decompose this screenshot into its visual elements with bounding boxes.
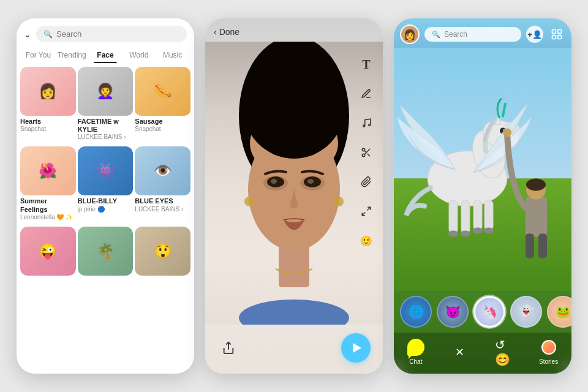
svg-point-14 bbox=[362, 148, 365, 151]
lens-creator: jp pirie 🔵 bbox=[78, 206, 134, 213]
lens-creator: Snapchat bbox=[135, 126, 190, 133]
camera-screen: ‹ Done bbox=[205, 18, 383, 374]
list-item[interactable]: 👩‍🦱 FACETIME w KYLIE LUCKEE BAINS › bbox=[78, 67, 134, 145]
nav-item-close[interactable]: ✕ bbox=[451, 344, 469, 361]
paperclip-tool-button[interactable] bbox=[357, 173, 375, 191]
lens-circle[interactable]: 🐸 bbox=[547, 296, 571, 328]
lens-info: Summer Feelings Lennonstella 🧡 ✨ bbox=[20, 195, 76, 224]
nav-item-chat[interactable]: Chat bbox=[407, 339, 424, 365]
top-bar: ⌄ 🔍 bbox=[17, 18, 194, 46]
tab-for-you[interactable]: For You bbox=[21, 48, 55, 62]
scissors-tool-button[interactable] bbox=[357, 143, 375, 162]
music-tool-button[interactable] bbox=[357, 114, 375, 132]
lens-info: BLUE-BILLY jp pirie 🔵 bbox=[78, 195, 134, 216]
timer-smiley-icon: ↺😊 bbox=[495, 344, 512, 361]
done-label: Done bbox=[219, 27, 239, 37]
ar-screen: 👩 🔍 Search +👤 bbox=[394, 18, 571, 374]
lens-info: Hearts Snapchat bbox=[20, 116, 76, 137]
list-item[interactable]: 🌴 bbox=[78, 227, 134, 276]
lens-info: FACETIME w KYLIE LUCKEE BAINS › bbox=[78, 116, 134, 145]
lens-creator: Lennonstella 🧡 ✨ bbox=[20, 214, 76, 221]
ar-content bbox=[394, 48, 571, 291]
send-arrow-icon bbox=[353, 343, 361, 353]
settings-button[interactable] bbox=[548, 26, 565, 43]
tab-music[interactable]: Music bbox=[156, 48, 189, 62]
svg-rect-48 bbox=[538, 234, 547, 258]
lens-thumbnail: 🌺 bbox=[20, 146, 76, 195]
svg-rect-47 bbox=[526, 234, 534, 258]
lens-name: FACETIME w KYLIE bbox=[78, 118, 134, 134]
svg-line-17 bbox=[368, 154, 370, 156]
svg-point-10 bbox=[307, 179, 314, 184]
search-input[interactable] bbox=[56, 29, 179, 39]
chat-icon bbox=[407, 339, 424, 356]
list-item[interactable]: 👁️ BLUE EYES LUCKEE BAINS › bbox=[135, 146, 190, 224]
stories-label: Stories bbox=[539, 358, 558, 365]
lens-circle[interactable]: 👻 bbox=[510, 296, 542, 328]
search-icon: 🔍 bbox=[432, 31, 440, 39]
avatar[interactable]: 👩 bbox=[400, 24, 420, 44]
lens-info: Sausage Snapchat bbox=[135, 116, 190, 137]
svg-point-40 bbox=[461, 231, 470, 237]
ar-top-bar: 👩 🔍 Search +👤 bbox=[394, 18, 571, 48]
svg-rect-22 bbox=[558, 30, 562, 34]
lens-name: BLUE-BILLY bbox=[78, 197, 134, 205]
list-item[interactable]: 😜 bbox=[20, 227, 76, 276]
ar-search-bar[interactable]: 🔍 Search bbox=[424, 27, 521, 42]
svg-rect-35 bbox=[449, 200, 458, 234]
lens-thumbnail: 🌭 bbox=[135, 67, 190, 116]
back-button[interactable]: ‹ Done bbox=[214, 27, 239, 37]
phone-ar-camera: 👩 🔍 Search +👤 bbox=[394, 18, 571, 374]
svg-rect-21 bbox=[552, 30, 556, 34]
lens-selector: 🌐 😈 🦄 👻 🐸 bbox=[394, 291, 571, 333]
nav-item-stories[interactable]: Stories bbox=[539, 339, 558, 365]
tab-trending[interactable]: Trending bbox=[55, 48, 89, 62]
lens-circle[interactable]: 😈 bbox=[437, 296, 469, 328]
emoji-sticker-tool-button[interactable]: 🙂 bbox=[357, 232, 375, 250]
lens-creator: LUCKEE BAINS › bbox=[135, 206, 190, 213]
chat-label: Chat bbox=[409, 358, 422, 365]
text-tool-button[interactable]: T bbox=[357, 55, 375, 74]
lens-thumbnail: 😲 bbox=[135, 227, 190, 276]
svg-point-42 bbox=[484, 228, 494, 234]
svg-point-39 bbox=[448, 231, 458, 237]
lens-circle-selected[interactable]: 🦄 bbox=[473, 296, 505, 328]
list-item[interactable]: 👩 Hearts Snapchat bbox=[20, 67, 76, 145]
pegasus-ar-element bbox=[394, 48, 571, 291]
svg-point-12 bbox=[334, 197, 344, 206]
search-bar[interactable]: 🔍 bbox=[36, 26, 187, 42]
lens-thumbnail: 🌴 bbox=[78, 227, 134, 276]
nav-item-timer[interactable]: ↺😊 bbox=[495, 344, 512, 361]
svg-point-9 bbox=[271, 179, 277, 184]
svg-point-41 bbox=[473, 228, 483, 234]
draw-tool-button[interactable] bbox=[357, 85, 375, 103]
list-item[interactable]: 🌭 Sausage Snapchat bbox=[135, 67, 190, 145]
chevron-down-icon[interactable]: ⌄ bbox=[24, 29, 31, 39]
camera-tools: T bbox=[357, 55, 375, 250]
tab-world[interactable]: World bbox=[122, 48, 156, 62]
svg-point-15 bbox=[362, 154, 365, 157]
tab-face[interactable]: Face bbox=[89, 48, 123, 62]
share-button[interactable] bbox=[217, 337, 239, 359]
lens-thumbnail: 😜 bbox=[20, 227, 76, 276]
svg-rect-23 bbox=[552, 36, 556, 39]
lens-creator: Snapchat bbox=[20, 126, 76, 133]
lens-thumbnail: 👩 bbox=[20, 67, 76, 116]
list-item[interactable]: 🌺 Summer Feelings Lennonstella 🧡 ✨ bbox=[20, 146, 76, 224]
lens-creator: LUCKEE BAINS › bbox=[78, 134, 134, 141]
lens-info: BLUE EYES LUCKEE BAINS › bbox=[135, 195, 190, 216]
camera-face-svg bbox=[205, 42, 383, 325]
add-friend-button[interactable]: +👤 bbox=[526, 26, 543, 43]
lens-circle[interactable]: 🌐 bbox=[400, 296, 432, 328]
crop-tool-button[interactable] bbox=[357, 202, 375, 221]
svg-point-11 bbox=[244, 197, 254, 206]
svg-rect-43 bbox=[526, 197, 547, 237]
camera-top-bar: ‹ Done bbox=[205, 18, 383, 42]
list-item[interactable]: 👾 BLUE-BILLY jp pirie 🔵 bbox=[78, 146, 134, 224]
svg-line-19 bbox=[368, 207, 371, 210]
lens-thumbnail: 👩‍🦱 bbox=[78, 67, 134, 116]
svg-point-46 bbox=[503, 129, 511, 137]
send-button[interactable] bbox=[341, 333, 371, 363]
list-item[interactable]: 😲 bbox=[135, 227, 190, 276]
phone-camera: ‹ Done bbox=[205, 18, 383, 374]
